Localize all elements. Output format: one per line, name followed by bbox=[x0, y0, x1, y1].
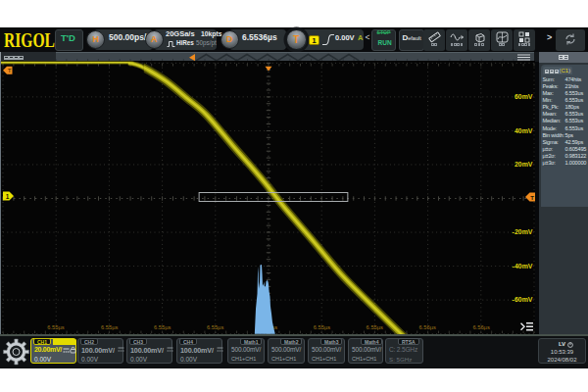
svg-text:6.55µs: 6.55µs bbox=[207, 324, 224, 330]
svg-text:T: T bbox=[530, 195, 534, 201]
svg-text:6.55µs: 6.55µs bbox=[367, 324, 384, 330]
svg-text:-40mV: -40mV bbox=[513, 263, 533, 270]
svg-text:-20mV: -20mV bbox=[513, 228, 533, 235]
svg-text:1: 1 bbox=[6, 193, 10, 200]
svg-text:6.55µs: 6.55µs bbox=[47, 324, 65, 330]
svg-text:-60mV: -60mV bbox=[513, 296, 533, 303]
svg-text:6.55µs: 6.55µs bbox=[101, 324, 119, 330]
svg-text:60mV: 60mV bbox=[514, 93, 533, 100]
svg-text:6.55µs: 6.55µs bbox=[314, 324, 331, 330]
svg-text:40mV: 40mV bbox=[514, 127, 533, 134]
svg-text:6.56µs: 6.56µs bbox=[472, 324, 490, 330]
svg-text:6.55µs: 6.55µs bbox=[154, 324, 172, 330]
svg-text:20mV: 20mV bbox=[514, 161, 533, 168]
svg-text:6.56µs: 6.56µs bbox=[418, 324, 436, 330]
